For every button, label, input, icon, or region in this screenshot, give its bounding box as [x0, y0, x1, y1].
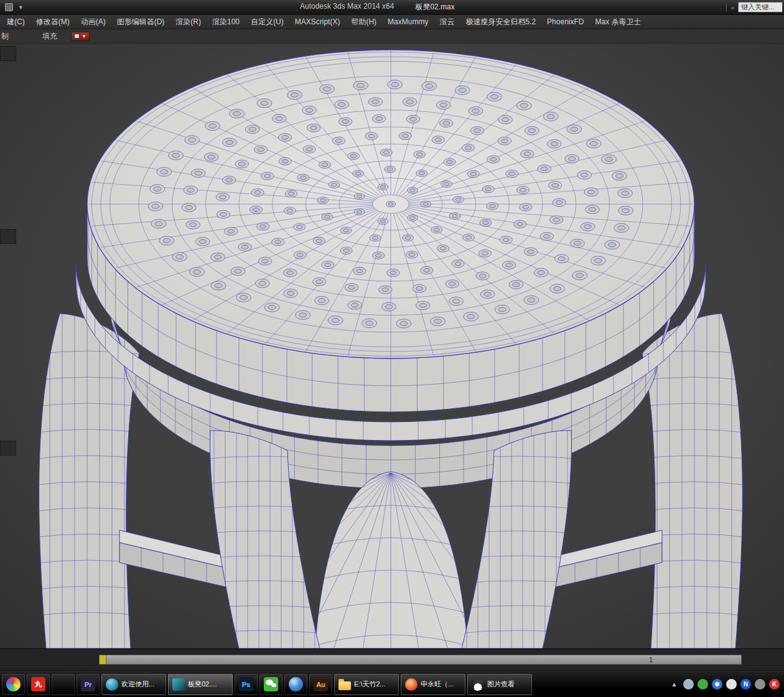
menu-item-11[interactable]: 渲云 [434, 15, 460, 29]
search-chevron-icon[interactable]: » [730, 4, 734, 11]
toolbar-row: 制 填充 ▼ [0, 29, 784, 44]
timeline: 1 [0, 648, 784, 671]
viewport-left-button-2[interactable] [0, 229, 16, 244]
window-label: 欢迎使用... [121, 680, 154, 689]
tray-n-icon[interactable]: N [740, 679, 751, 690]
app-wechat-icon [264, 677, 278, 691]
window-label: E:\天竹2... [354, 680, 386, 689]
menu-item-9[interactable]: 帮助(H) [345, 15, 382, 29]
viewport-left-button-3[interactable] [0, 441, 16, 456]
menu-item-7[interactable]: 自定义(U) [245, 15, 289, 29]
tray-light-icon[interactable] [726, 679, 737, 690]
penguin-icon [472, 678, 484, 691]
tray-k-icon[interactable]: K [769, 679, 780, 690]
app-title: Autodesk 3ds Max 2014 x64 [300, 2, 394, 12]
flame-icon [405, 678, 418, 691]
window-explorer[interactable]: E:\天竹2... [334, 674, 399, 695]
app-browser[interactable] [284, 674, 307, 695]
app-premiere[interactable]: Pr [77, 674, 100, 695]
menu-item-12[interactable]: 极速瘦身安全归档5.2 [460, 15, 541, 29]
tray-expand-icon[interactable]: ▲ [669, 679, 679, 690]
tray-green-icon[interactable] [698, 679, 708, 690]
window-image-viewer[interactable]: 图片查看 [467, 674, 532, 695]
folder-icon [338, 681, 351, 690]
fill-label: 填充 [42, 31, 57, 42]
menu-item-5[interactable]: 渲染(R) [170, 15, 207, 29]
tray-gray-icon[interactable] [755, 679, 765, 690]
fill-color-dropdown[interactable]: ▼ [71, 32, 90, 41]
search-input[interactable]: 键入关键... [738, 2, 783, 12]
fill-swatch [74, 34, 80, 39]
document-name: 板凳02.max [415, 2, 454, 12]
app-audition[interactable]: Au [309, 674, 332, 695]
menu-item-6[interactable]: 渲染100 [207, 15, 245, 29]
app-browser-icon [289, 677, 303, 691]
app-icon[interactable] [5, 3, 13, 11]
menu-item-2[interactable]: 修改器(M) [30, 15, 75, 29]
menu-item-8[interactable]: MAXScript(X) [289, 16, 346, 28]
time-slider[interactable] [99, 655, 106, 665]
app-wechat[interactable] [259, 674, 282, 695]
menu-item-1[interactable]: 建(C) [1, 15, 30, 29]
viewport-canvas[interactable] [0, 44, 784, 648]
window-qq-chat[interactable]: 申永旺（... [401, 674, 465, 695]
desktop: ▼ Autodesk 3ds Max 2014 x64 板凳02.max » 键… [0, 0, 784, 697]
window-welcome[interactable]: 欢迎使用... [101, 674, 166, 695]
app-audition-icon: Au [314, 677, 328, 691]
window-label: 申永旺（... [421, 680, 454, 689]
tray-flower-icon[interactable]: ✱ [712, 679, 722, 690]
start-button-icon [6, 677, 21, 691]
menu-item-4[interactable]: 图形编辑器(D) [111, 15, 170, 29]
tray-network-icon[interactable] [683, 679, 694, 690]
start-button[interactable] [2, 674, 25, 695]
taskbar: 丸Pr欢迎使用...板凳02....PsAuE:\天竹2...申永旺（...图片… [0, 671, 784, 697]
teal-circle-icon [106, 678, 118, 691]
title-bar: ▼ Autodesk 3ds Max 2014 x64 板凳02.max » 键… [0, 0, 784, 15]
max-icon [172, 678, 185, 691]
time-track[interactable]: 1 [106, 655, 742, 665]
viewport-left-button-1[interactable] [0, 46, 16, 61]
menu-item-3[interactable]: 动画(A) [75, 15, 111, 29]
app-tiles-icon [56, 677, 70, 691]
window-label: 图片查看 [487, 680, 515, 689]
window-label: 板凳02.... [188, 680, 217, 689]
titlebar-separator [726, 3, 727, 12]
app-photoshop-icon: Ps [239, 677, 253, 691]
app-tiles[interactable] [52, 674, 75, 695]
viewport [0, 44, 784, 648]
menu-item-10[interactable]: MaxMummy [382, 16, 434, 28]
menu-bar: 建(C)修改器(M)动画(A)图形编辑器(D)渲染(R)渲染100自定义(U)M… [0, 15, 784, 29]
menu-item-13[interactable]: PhoenixFD [541, 16, 589, 28]
toolbar-left-label: 制 [1, 31, 9, 42]
window-max[interactable]: 板凳02.... [168, 674, 233, 695]
system-tray: ▲✱NK [669, 679, 782, 690]
app-wan-icon: 丸 [31, 677, 45, 691]
app-wan[interactable]: 丸 [27, 674, 50, 695]
quick-access-caret-icon[interactable]: ▼ [18, 4, 24, 11]
frame-label: 1 [649, 656, 653, 663]
app-photoshop[interactable]: Ps [235, 674, 258, 695]
app-premiere-icon: Pr [81, 677, 95, 691]
menu-item-14[interactable]: Max 杀毒卫士 [589, 15, 646, 29]
